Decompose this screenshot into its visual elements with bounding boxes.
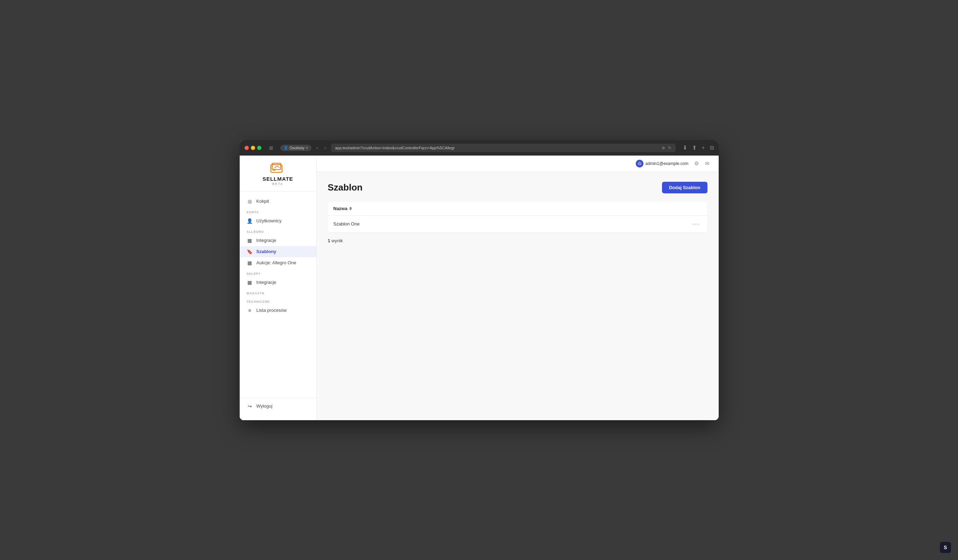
logo-beta: BETA — [273, 182, 284, 186]
maximize-button[interactable] — [257, 146, 262, 150]
sidebar-item-wyloguj[interactable]: ↪ Wyloguj — [240, 400, 316, 412]
kokpit-icon: ◎ — [247, 199, 253, 204]
browser-actions: ⬇ ⬆ + ⧉ — [683, 144, 714, 151]
sidebar-item-kokpit[interactable]: ◎ Kokpit — [240, 196, 316, 207]
sidebar-item-integracje-allegro[interactable]: ▦ Integracje — [240, 235, 316, 246]
back-button[interactable]: ‹ — [315, 144, 319, 151]
section-magazyn: MAGAZYN — [240, 288, 316, 296]
download-icon[interactable]: ⬇ — [683, 144, 687, 151]
section-sklepy: SKLEPY — [240, 269, 316, 277]
tab-bar: 👤 Osobisty ▾ — [280, 145, 312, 151]
forward-button[interactable]: › — [323, 144, 327, 151]
sidebar-item-label: Lista procesów — [257, 308, 287, 313]
sidebar-item-label: Użytkownicy — [257, 218, 282, 223]
sidebar-item-label: Kokpit — [257, 199, 269, 204]
sidebar-item-label: Wyloguj — [257, 403, 273, 409]
user-icon: 👤 — [247, 218, 253, 224]
page-header: Szablon Dodaj Szablon — [328, 182, 707, 193]
logo-icon — [270, 163, 285, 175]
minimize-button[interactable] — [251, 146, 255, 150]
table-row: Szablon One ··· — [328, 215, 707, 233]
sidebar-navigation: ◎ Kokpit KONTA 👤 Użytkownicy ALLEGRO ▦ I… — [240, 191, 316, 397]
content-area: Szablon Dodaj Szablon Nazwa — [317, 172, 718, 420]
address-bar[interactable]: app.test/admin?crudAction=index&crudCont… — [331, 144, 676, 152]
new-tab-icon[interactable]: + — [701, 145, 705, 151]
section-techniczne: TECHNICZNE — [240, 296, 316, 305]
sidebar-bottom: ↪ Wyloguj — [240, 397, 316, 414]
sidebar: SELLMATE BETA ◎ Kokpit KONTA 👤 Użytkowni… — [240, 155, 317, 420]
page-title: Szablon — [328, 182, 363, 193]
browser-window: ⊞ 👤 Osobisty ▾ ‹ › app.test/admin?crudAc… — [240, 140, 718, 420]
column-actions — [685, 202, 707, 216]
app-layout: SELLMATE BETA ◎ Kokpit KONTA 👤 Użytkowni… — [240, 155, 718, 420]
profile-label: Osobisty — [290, 146, 305, 150]
sidebar-item-label: Integracje — [257, 280, 276, 285]
browser-chrome: ⊞ 👤 Osobisty ▾ ‹ › app.test/admin?crudAc… — [240, 140, 718, 155]
results-count: 1 wynik — [328, 238, 707, 243]
topbar: ⏻ admin1@example.com ⚙ ✉ — [317, 155, 718, 172]
url-text: app.test/admin?crudAction=index&crudCont… — [335, 146, 659, 150]
sidebar-item-szablony[interactable]: 🔖 Szablony — [240, 246, 316, 257]
sidebar-item-aukcje[interactable]: ▦ Aukcje: Allegro One — [240, 257, 316, 269]
logo-text: SELLMATE — [262, 176, 293, 182]
sidebar-logo: SELLMATE BETA — [240, 155, 316, 191]
table-body: Szablon One ··· — [328, 215, 707, 233]
sort-icon — [349, 207, 352, 210]
sidebar-item-lista-procesow[interactable]: ≡ Lista procesów — [240, 305, 316, 316]
count-number: 1 — [328, 238, 330, 243]
sidebar-item-label: Integracje — [257, 238, 276, 243]
browser-tab-controls: ⊞ — [268, 144, 274, 151]
list-icon: ▦ — [247, 238, 253, 243]
column-nazwa[interactable]: Nazwa — [328, 202, 685, 216]
svg-line-2 — [274, 166, 277, 168]
user-avatar: ⏻ — [636, 160, 644, 168]
row-actions-button[interactable]: ··· — [691, 220, 701, 228]
svg-line-3 — [277, 166, 279, 168]
cell-actions: ··· — [685, 215, 707, 233]
sklepy-list-icon: ▦ — [247, 280, 253, 285]
chevron-down-icon: ▾ — [306, 146, 308, 150]
reload-icon[interactable]: ↻ — [668, 146, 671, 150]
aukcje-icon: ▦ — [247, 260, 253, 266]
section-allegro: ALLEGRO — [240, 226, 316, 235]
profile-pill[interactable]: 👤 Osobisty ▾ — [280, 145, 312, 151]
section-konta: KONTA — [240, 207, 316, 215]
table-header: Nazwa — [328, 202, 707, 216]
lista-procesow-icon: ≡ — [247, 308, 253, 313]
copy-icon[interactable]: ⧉ — [710, 145, 714, 151]
mail-button[interactable]: ✉ — [704, 160, 710, 168]
user-email: admin1@example.com — [646, 161, 688, 166]
symfony-badge[interactable]: S — [940, 542, 951, 553]
sidebar-item-label: Szablony — [257, 249, 276, 254]
profile-icon: 👤 — [284, 146, 288, 150]
share-icon[interactable]: ⬆ — [692, 144, 696, 151]
avatar-icon: ⏻ — [638, 161, 641, 165]
sidebar-item-label: Aukcje: Allegro One — [257, 260, 297, 265]
sidebar-item-integracje-sklepy[interactable]: ▦ Integracje — [240, 277, 316, 288]
add-szablon-button[interactable]: Dodaj Szablon — [662, 182, 707, 193]
count-label: wynik — [331, 238, 343, 243]
settings-button[interactable]: ⚙ — [693, 160, 699, 168]
main-content: ⏻ admin1@example.com ⚙ ✉ Szablon Dodaj S… — [317, 155, 718, 420]
bookmark-icon: 🔖 — [247, 249, 253, 255]
data-table: Nazwa Szabl — [328, 202, 707, 233]
cell-nazwa: Szablon One — [328, 215, 685, 233]
logout-icon: ↪ — [247, 403, 253, 409]
close-button[interactable] — [244, 146, 249, 150]
translate-icon: ⊕ — [661, 146, 665, 150]
traffic-lights — [244, 146, 262, 150]
topbar-user: ⏻ admin1@example.com — [636, 160, 688, 168]
symfony-icon: S — [944, 545, 947, 550]
sidebar-item-uzytkownicy[interactable]: 👤 Użytkownicy — [240, 215, 316, 226]
sidebar-toggle-button[interactable]: ⊞ — [268, 144, 274, 151]
